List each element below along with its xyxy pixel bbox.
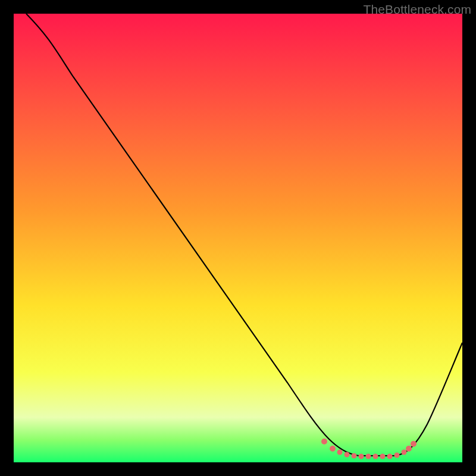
- svg-point-5: [359, 454, 364, 459]
- svg-point-6: [366, 454, 371, 459]
- svg-point-7: [373, 454, 378, 459]
- watermark-text: TheBottleneck.com: [364, 2, 471, 17]
- chart-plot-area: [14, 14, 462, 462]
- svg-point-8: [380, 454, 386, 459]
- svg-point-2: [337, 450, 343, 455]
- svg-point-11: [402, 450, 407, 455]
- svg-point-10: [394, 453, 400, 458]
- svg-point-9: [387, 454, 393, 459]
- svg-point-0: [321, 439, 327, 444]
- svg-point-3: [345, 452, 350, 458]
- svg-point-4: [352, 453, 357, 459]
- svg-point-12: [406, 446, 412, 452]
- chart-curve-svg: [14, 14, 462, 462]
- svg-point-13: [411, 441, 416, 447]
- svg-point-1: [330, 446, 336, 452]
- chart-stage: TheBottleneck.com: [0, 0, 476, 476]
- chart-main-curve: [26, 14, 462, 456]
- chart-accent-dots: [321, 439, 416, 459]
